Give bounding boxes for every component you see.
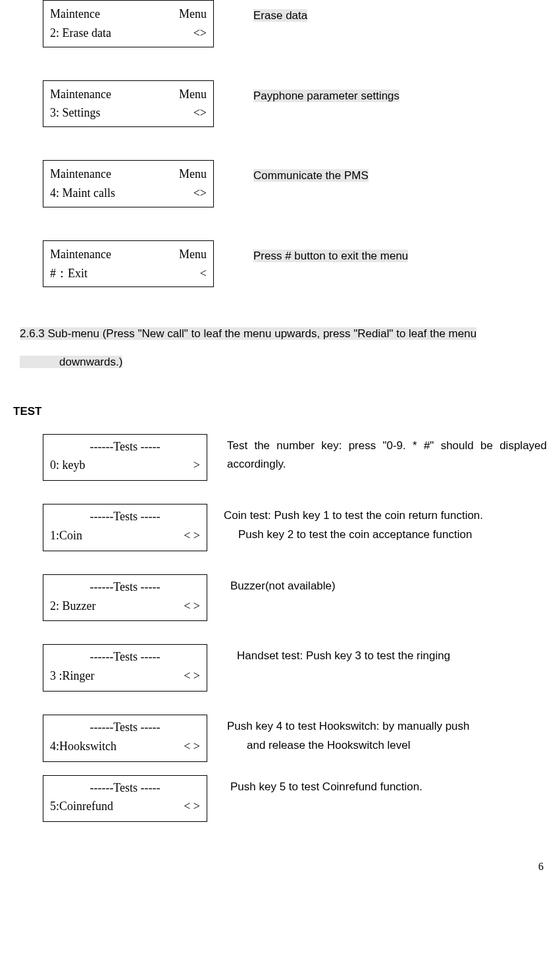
test-item-right: < > [184, 597, 200, 616]
desc-line2: Push key 2 to test the coin acceptance f… [224, 526, 547, 545]
test-row: ------Tests ----- 1:Coin < > Coin test: … [13, 504, 547, 551]
test-title: ------Tests ----- [50, 647, 200, 667]
menu-title-right: Menu [179, 85, 207, 104]
test-desc: Test the number key: press "0-9. * #" sh… [207, 434, 547, 475]
menu-desc: Payphone parameter settings [214, 80, 547, 106]
desc-line1: Push key 4 to test Hookswitch: by manual… [227, 720, 470, 732]
section-heading-line1: 2.6.3 Sub-menu (Press "New call" to leaf… [20, 327, 476, 340]
menu-title-left: Maintenance [50, 85, 111, 104]
test-item-left: 5:Coinrefund [50, 797, 113, 816]
desc-text: Payphone parameter settings [253, 90, 399, 102]
test-box-coin: ------Tests ----- 1:Coin < > [43, 504, 207, 551]
test-item-left: 2: Buzzer [50, 597, 95, 616]
test-row: ------Tests ----- 4:Hookswitch < > Push … [13, 715, 547, 762]
test-box-keyb: ------Tests ----- 0: keyb > [43, 434, 207, 481]
menu-desc: Erase data [214, 0, 547, 26]
section-heading-line2: downwards.) [20, 356, 122, 368]
menu-item-right: < [200, 264, 207, 283]
menu-item-right: <> [193, 103, 207, 122]
menu-item-right: <> [193, 24, 207, 43]
menu-title-left: Maintenance [50, 165, 111, 184]
test-heading: TEST [13, 402, 547, 420]
test-title: ------Tests ----- [50, 718, 200, 737]
menu-box-maint-calls: Maintenance Menu 4: Maint calls <> [43, 160, 214, 207]
test-row: ------Tests ----- 3 :Ringer < > Handset … [13, 644, 547, 692]
menu-title-right: Menu [179, 245, 207, 264]
test-item-right: < > [184, 797, 200, 816]
test-box-buzzer: ------Tests ----- 2: Buzzer < > [43, 574, 207, 622]
test-box-hookswitch: ------Tests ----- 4:Hookswitch < > [43, 715, 207, 762]
test-title: ------Tests ----- [50, 578, 200, 597]
menu-title-right: Menu [179, 5, 207, 24]
test-title: ------Tests ----- [50, 507, 200, 526]
test-desc: Buzzer(not available) [207, 574, 547, 596]
test-row: ------Tests ----- 2: Buzzer < > Buzzer(n… [13, 574, 547, 622]
test-item-left: 3 :Ringer [50, 667, 95, 686]
menu-box-erase: Maintence Menu 2: Erase data <> [43, 0, 214, 47]
page-number: 6 [13, 845, 547, 875]
test-desc: Handset test: Push key 3 to test the rin… [207, 644, 547, 666]
test-item-left: 0: keyb [50, 456, 86, 475]
menu-item-left: 2: Erase data [50, 24, 111, 43]
test-item-left: 1:Coin [50, 526, 82, 545]
menu-title-right: Menu [179, 165, 207, 184]
test-desc: Push key 5 to test Coinrefund function. [207, 775, 547, 797]
section-heading: 2.6.3 Sub-menu (Press "New call" to leaf… [20, 320, 547, 376]
menu-desc: Press # button to exit the menu [214, 240, 547, 266]
menu-box-exit: Maintenance Menu #：Exit < [43, 240, 214, 288]
menu-item-left: 3: Settings [50, 103, 101, 122]
menu-row: Maintence Menu 2: Erase data <> Erase da… [13, 0, 547, 47]
test-box-ringer: ------Tests ----- 3 :Ringer < > [43, 644, 207, 692]
desc-line2: and release the Hookswitch level [227, 736, 547, 755]
test-box-coinrefund: ------Tests ----- 5:Coinrefund < > [43, 775, 207, 823]
menu-box-settings: Maintenance Menu 3: Settings <> [43, 80, 214, 128]
desc-line1: Coin test: Push key 1 to test the coin r… [224, 509, 483, 522]
menu-row: Maintenance Menu #：Exit < Press # button… [13, 240, 547, 288]
menu-row: Maintenance Menu 4: Maint calls <> Commu… [13, 160, 547, 207]
test-title: ------Tests ----- [50, 437, 200, 456]
test-item-right: > [193, 456, 200, 475]
desc-text: Press # button to exit the menu [253, 250, 408, 262]
test-item-right: < > [184, 737, 200, 756]
test-row: ------Tests ----- 5:Coinrefund < > Push … [13, 775, 547, 823]
test-item-right: < > [184, 526, 200, 545]
test-item-left: 4:Hookswitch [50, 737, 116, 756]
menu-row: Maintenance Menu 3: Settings <> Payphone… [13, 80, 547, 128]
test-title: ------Tests ----- [50, 778, 200, 798]
menu-item-left: #：Exit [50, 264, 88, 283]
test-desc: Push key 4 to test Hookswitch: by manual… [207, 715, 547, 755]
desc-text: Communicate the PMS [253, 169, 369, 182]
menu-desc: Communicate the PMS [214, 160, 547, 186]
menu-item-right: <> [193, 184, 207, 203]
test-desc: Coin test: Push key 1 to test the coin r… [207, 504, 547, 545]
menu-item-left: 4: Maint calls [50, 184, 115, 203]
test-item-right: < > [184, 667, 200, 686]
test-row: ------Tests ----- 0: keyb > Test the num… [13, 434, 547, 481]
menu-title-left: Maintenance [50, 245, 111, 264]
desc-text: Erase data [253, 9, 307, 22]
menu-title-left: Maintence [50, 5, 100, 24]
